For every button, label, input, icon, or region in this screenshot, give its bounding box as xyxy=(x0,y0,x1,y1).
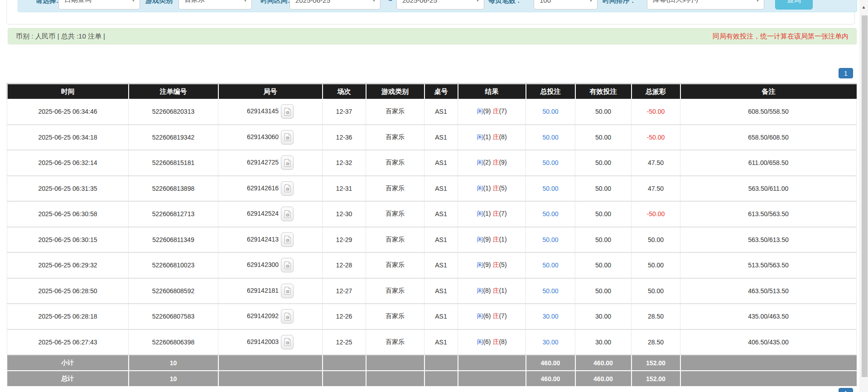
cell-round: 629142181 xyxy=(218,278,323,304)
column-header-10: 总派彩 xyxy=(632,84,680,99)
cell-remark: 563.50/613.50 xyxy=(680,227,857,253)
date-query-value: 日期查询 xyxy=(64,0,92,4)
date-query-select[interactable]: 日期查询 ▼ xyxy=(58,0,140,10)
video-icon[interactable] xyxy=(281,335,294,349)
total-bet-link[interactable]: 50.00 xyxy=(542,159,558,166)
subtotal-row: 小计10460.00460.00152.00 xyxy=(7,355,857,371)
result-banker: 庄 xyxy=(492,312,499,319)
cell-game-type: 百家乐 xyxy=(366,304,424,329)
round-number: 629142092 xyxy=(247,312,279,319)
cell-game-type: 百家乐 xyxy=(366,252,424,278)
video-icon[interactable] xyxy=(281,232,294,247)
total-bet-link[interactable]: 50.00 xyxy=(542,134,558,141)
total-bet-link[interactable]: 50.00 xyxy=(542,261,558,269)
total-bet-link[interactable]: 30.00 xyxy=(542,339,558,346)
pagination-page-1-bottom[interactable]: 1 xyxy=(839,388,853,392)
column-header-9: 有效投注 xyxy=(575,84,632,99)
time-range-label: 时间区间: xyxy=(260,0,290,5)
result-banker-points: (9) xyxy=(499,159,506,166)
video-icon[interactable] xyxy=(281,309,294,324)
cell-total-bet: 50.00 xyxy=(526,125,575,150)
result-player: 闲 xyxy=(477,184,483,192)
video-icon[interactable] xyxy=(281,207,294,221)
query-button[interactable]: 查询 xyxy=(775,0,813,10)
cell-bet-id: 522606810023 xyxy=(129,252,218,278)
result-player: 闲 xyxy=(477,107,483,115)
cell-round: 629142413 xyxy=(218,227,323,253)
cell-total-bet: 50.00 xyxy=(526,201,575,227)
cell-round: 629142725 xyxy=(218,150,323,176)
video-icon[interactable] xyxy=(281,104,294,119)
total-bet-link[interactable]: 50.00 xyxy=(542,108,558,115)
result-banker-points: (5) xyxy=(499,261,506,268)
summary-currency-count: 币别 : 人民币 | 总共 :10 注单 | xyxy=(16,32,105,41)
scrollbar[interactable]: ▲ xyxy=(859,0,868,392)
cell-bet-id: 522606808592 xyxy=(129,278,218,304)
total-bet-link[interactable]: 50.00 xyxy=(542,236,558,243)
page-size-label: 每页笔数 : xyxy=(488,0,520,5)
cell-remark: 613.50/563.50 xyxy=(680,201,857,227)
cell-payout: -50.00 xyxy=(632,125,680,150)
video-icon[interactable] xyxy=(281,181,294,196)
cell-time: 2025-06-25 06:31:35 xyxy=(7,176,129,202)
column-header-8: 总投注 xyxy=(526,84,575,99)
result-player: 闲 xyxy=(477,261,483,268)
table-header-row: 时间注单编号局号场次游戏类别桌号结果总投注有效投注总派彩备注 xyxy=(7,84,857,99)
cell-payout: 50.00 xyxy=(632,227,680,253)
sort-select[interactable]: 降幂(由大到小) ▼ xyxy=(647,0,764,10)
date-from-value: 2025-06-25 xyxy=(295,0,330,4)
scroll-up-icon[interactable]: ▲ xyxy=(859,5,868,10)
total-bet-link[interactable]: 50.00 xyxy=(542,185,558,192)
result-banker: 庄 xyxy=(492,133,499,140)
cell-bet-id: 522606820313 xyxy=(129,99,218,125)
cell-valid-bet: 50.00 xyxy=(575,176,632,202)
cell-time: 2025-06-25 06:27:43 xyxy=(7,329,129,355)
footer-cell xyxy=(366,371,424,387)
table-body: 2025-06-25 06:34:46522606820313629143145… xyxy=(7,99,857,355)
footer-cell xyxy=(458,355,526,371)
cell-total-bet: 30.00 xyxy=(526,329,575,355)
cell-session: 12-27 xyxy=(323,278,366,304)
cell-payout: 28.50 xyxy=(632,329,680,355)
cell-session: 12-26 xyxy=(323,304,366,329)
footer-label: 小计 xyxy=(7,355,129,371)
date-from-select[interactable]: 2025-06-25 ▼ xyxy=(289,0,381,10)
cell-table-no: AS1 xyxy=(424,252,458,278)
page-size-select[interactable]: 100 ▼ xyxy=(534,0,598,10)
total-bet-link[interactable]: 50.00 xyxy=(542,287,558,295)
cell-remark: 463.50/513.50 xyxy=(680,278,857,304)
cell-remark: 608.50/558.50 xyxy=(680,99,857,125)
cell-payout: 50.00 xyxy=(632,278,680,304)
footer-valid-bet: 460.00 xyxy=(575,355,632,371)
video-icon[interactable] xyxy=(281,130,294,145)
video-icon[interactable] xyxy=(281,155,294,170)
footer-cell xyxy=(366,355,424,371)
cell-valid-bet: 50.00 xyxy=(575,252,632,278)
scrollbar-thumb[interactable] xyxy=(862,15,868,377)
result-player: 闲 xyxy=(477,287,483,294)
cell-game-type: 百家乐 xyxy=(366,201,424,227)
cell-table-no: AS1 xyxy=(424,201,458,227)
chevron-down-icon: ▼ xyxy=(589,0,593,3)
cell-session: 12-28 xyxy=(323,252,366,278)
total-bet-link[interactable]: 50.00 xyxy=(542,210,558,218)
cell-valid-bet: 50.00 xyxy=(575,150,632,176)
round-number: 629142524 xyxy=(247,210,279,217)
cell-session: 12-29 xyxy=(323,227,366,253)
query-button-label: 查询 xyxy=(776,0,812,5)
table-row: 2025-06-25 06:27:43522606806398629142003… xyxy=(7,329,857,355)
round-number: 629142003 xyxy=(247,338,279,345)
cell-round: 629143145 xyxy=(218,99,323,125)
game-type-select[interactable]: 百家乐 ▼ xyxy=(178,0,252,10)
date-to-select[interactable]: 2025-06-25 ▼ xyxy=(396,0,484,10)
chevron-down-icon: ▼ xyxy=(131,0,135,3)
pagination-page-1[interactable]: 1 xyxy=(839,68,853,78)
video-icon[interactable] xyxy=(281,284,294,298)
cell-table-no: AS1 xyxy=(424,278,458,304)
cell-round: 629142300 xyxy=(218,252,323,278)
video-icon[interactable] xyxy=(281,258,294,272)
table-row: 2025-06-25 06:30:58522606812713629142524… xyxy=(7,201,857,227)
cell-session: 12-25 xyxy=(323,329,366,355)
total-bet-link[interactable]: 30.00 xyxy=(542,313,558,320)
cell-time: 2025-06-25 06:32:14 xyxy=(7,150,129,176)
